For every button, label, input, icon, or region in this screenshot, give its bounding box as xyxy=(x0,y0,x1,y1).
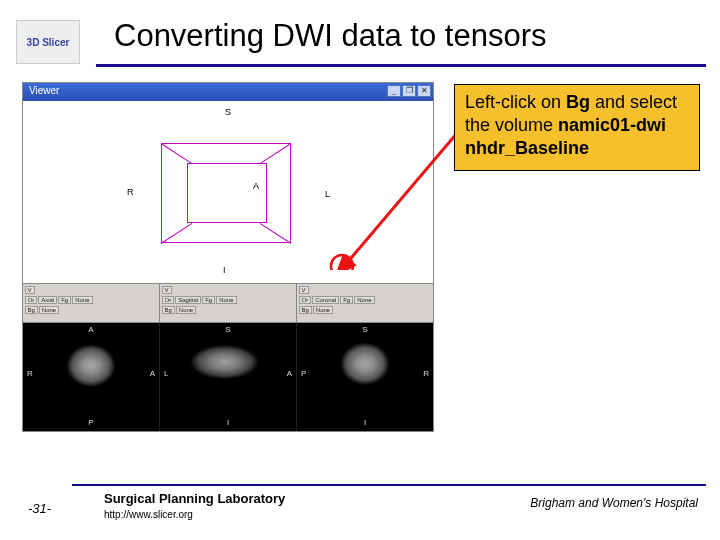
slice-views: A R A P S L A I S P R I xyxy=(23,323,433,431)
cube-wireframe xyxy=(153,127,303,257)
maximize-icon: ❐ xyxy=(402,85,416,97)
ctl-bg: Bg xyxy=(25,306,38,314)
screenshot-title: Viewer xyxy=(23,83,433,98)
screenshot-titlebar: Viewer _ ❐ ✕ xyxy=(23,83,433,101)
brain-axial xyxy=(59,339,123,397)
cor-left: P xyxy=(301,369,306,378)
brain-sagittal xyxy=(185,339,271,385)
cor-bottom: I xyxy=(364,418,366,427)
ax-bottom: P xyxy=(88,418,93,427)
ax-right: A xyxy=(150,369,155,378)
footer-lab: Surgical Planning Laboratory xyxy=(104,491,285,506)
control-row: V OrAxialFgNone BgNone V OrSagittalFgNon… xyxy=(23,283,433,323)
sag-bg: None xyxy=(176,306,196,314)
logo: 3D Slicer xyxy=(16,20,80,64)
ctl-fg2: Fg xyxy=(202,296,215,304)
viewer-3d: S R A L I xyxy=(23,101,433,283)
letter-i: I xyxy=(223,265,226,275)
ctl-v2: V xyxy=(162,286,172,294)
minimize-icon: _ xyxy=(387,85,401,97)
axial-or: Axial xyxy=(38,296,57,304)
screenshot: Viewer _ ❐ ✕ S R A L I V xyxy=(22,82,434,432)
footer-hospital: Brigham and Women's Hospital xyxy=(530,496,698,510)
cor-right: R xyxy=(423,369,429,378)
brain-coronal xyxy=(335,339,395,393)
letter-r: R xyxy=(127,187,134,197)
ax-top: A xyxy=(88,325,93,334)
control-col-coronal: V OrCoronalFgNone BgNone xyxy=(297,284,433,322)
ctl-v3: V xyxy=(299,286,309,294)
page-title: Converting DWI data to tensors xyxy=(114,18,546,54)
ctl-or3: Or xyxy=(299,296,312,304)
cor-or: Coronal xyxy=(312,296,339,304)
logo-text: 3D Slicer xyxy=(27,37,70,48)
letter-s: S xyxy=(225,107,231,117)
callout-vol1: namic01-dwi xyxy=(558,115,666,135)
slice-coronal: S P R I xyxy=(297,323,433,431)
cor-fg: None xyxy=(354,296,374,304)
sag-fg: None xyxy=(216,296,236,304)
axial-bg: None xyxy=(39,306,59,314)
ctl-bg3: Bg xyxy=(299,306,312,314)
footer-rule xyxy=(72,484,706,486)
page-number: -31- xyxy=(28,501,51,516)
callout-box: Left-click on Bg and select the volume n… xyxy=(454,84,700,171)
cor-top: S xyxy=(362,325,367,334)
ax-left: R xyxy=(27,369,33,378)
axial-fg: None xyxy=(72,296,92,304)
ctl-or2: Or xyxy=(162,296,175,304)
callout-vol2: nhdr_Baseline xyxy=(465,138,589,158)
close-icon: ✕ xyxy=(417,85,431,97)
ctl-bg2: Bg xyxy=(162,306,175,314)
ctl-fg: Fg xyxy=(58,296,71,304)
cor-bg: None xyxy=(313,306,333,314)
callout-bg: Bg xyxy=(566,92,590,112)
sag-or: Sagittal xyxy=(175,296,201,304)
control-col-axial: V OrAxialFgNone BgNone xyxy=(23,284,160,322)
slice-sagittal: S L A I xyxy=(160,323,297,431)
title-rule xyxy=(96,64,706,67)
letter-l: L xyxy=(325,189,330,199)
sag-right: A xyxy=(287,369,292,378)
slice-axial: A R A P xyxy=(23,323,160,431)
ctl-or: Or xyxy=(25,296,38,304)
sag-bottom: I xyxy=(227,418,229,427)
callout-pre: Left-click on xyxy=(465,92,566,112)
sag-left: L xyxy=(164,369,168,378)
sag-top: S xyxy=(225,325,230,334)
ctl-fg3: Fg xyxy=(340,296,353,304)
footer-url: http://www.slicer.org xyxy=(104,509,193,520)
ctl-v: V xyxy=(25,286,35,294)
control-col-sagittal: V OrSagittalFgNone BgNone xyxy=(160,284,297,322)
